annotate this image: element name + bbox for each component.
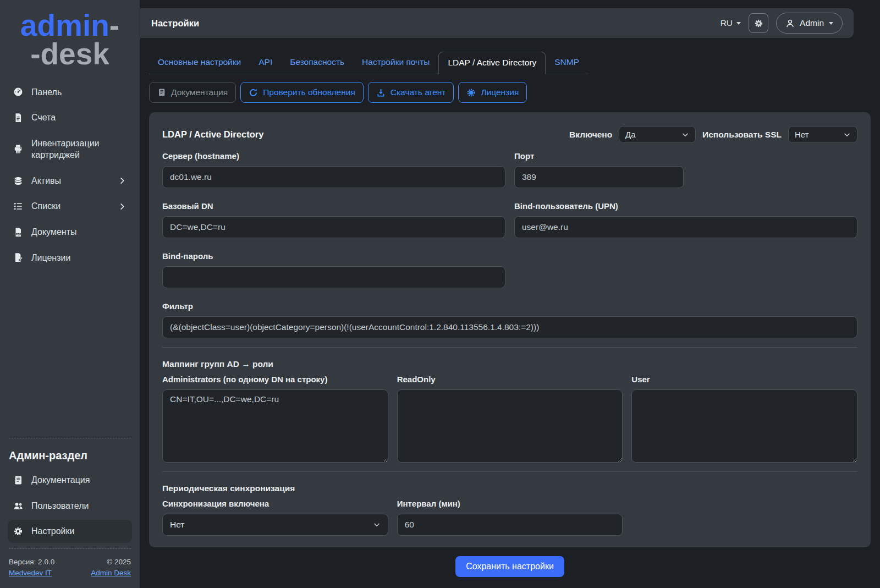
journal-icon: [157, 88, 166, 97]
user-label: User: [631, 375, 857, 384]
user-menu-button[interactable]: Admin: [776, 13, 843, 34]
sidebar-item-label: Инвентаризации картриджей: [31, 138, 127, 161]
sidebar-item-label: Документы: [31, 226, 76, 238]
sidebar-footer: Версия: 2.0.0 Medvedev IT © 2025 Admin D…: [8, 554, 132, 577]
sync-enabled-select-value: Нет: [170, 520, 184, 530]
settings-button[interactable]: [749, 13, 768, 33]
license-button[interactable]: Лицензия: [458, 82, 527, 103]
main-area: Настройки RU Admin: [140, 0, 880, 588]
chevron-down-icon: [843, 131, 851, 139]
readonly-textarea[interactable]: [397, 389, 623, 463]
download-agent-button-label: Скачать агент: [391, 87, 446, 97]
sidebar-item-users[interactable]: Пользователи: [8, 494, 132, 518]
bind-password-input[interactable]: [162, 266, 505, 288]
check-updates-button[interactable]: Проверить обновления: [240, 82, 364, 103]
version-text: Версия: 2.0.0: [9, 558, 54, 566]
bind-user-label: Bind-пользователь (UPN): [514, 201, 857, 211]
printer-icon: [13, 144, 23, 154]
license-button-label: Лицензия: [481, 87, 519, 97]
receipt-icon: [13, 113, 23, 123]
use-ssl-select-value: Нет: [795, 130, 809, 139]
license-icon: [13, 252, 23, 262]
bind-user-input[interactable]: [514, 216, 857, 238]
app-link[interactable]: Admin Desk: [91, 569, 131, 577]
use-ssl-select[interactable]: Нет: [788, 126, 857, 143]
user-textarea[interactable]: [631, 389, 857, 463]
list-icon: [13, 201, 23, 211]
sidebar-item-dashboard[interactable]: Панель: [8, 81, 132, 104]
tab-general[interactable]: Основные настройки: [149, 52, 250, 74]
sidebar-item-label: Пользователи: [31, 500, 89, 512]
sync-enabled-label: Синхронизация включена: [162, 499, 388, 509]
check-updates-button-label: Проверить обновления: [263, 87, 355, 97]
ldap-settings-card: LDAP / Active Directory Включено Да Испо…: [149, 112, 871, 547]
filter-label: Фильтр: [162, 301, 857, 311]
copyright-text: © 2025: [91, 558, 131, 566]
gear-icon: [13, 526, 23, 536]
base-dn-input[interactable]: [162, 216, 505, 238]
logo-line1-gray: -: [109, 8, 119, 42]
svg-text:PDF: PDF: [16, 232, 22, 235]
filter-input[interactable]: [162, 316, 857, 338]
sidebar-item-documents[interactable]: PDF Документы: [8, 221, 132, 244]
company-link[interactable]: Medvedev IT: [9, 569, 52, 577]
admin-nav: Документация Пользователи Настройки: [8, 469, 132, 543]
download-agent-button[interactable]: Скачать агент: [368, 82, 454, 103]
database-icon: [13, 176, 23, 186]
page-title: Настройки: [151, 18, 199, 29]
sidebar-item-settings[interactable]: Настройки: [8, 520, 132, 543]
sidebar-item-lists[interactable]: Списки: [8, 195, 132, 218]
language-dropdown[interactable]: RU: [721, 18, 741, 28]
interval-input[interactable]: [397, 514, 623, 536]
section-divider: [162, 347, 857, 348]
badge-icon: [466, 88, 476, 97]
sidebar-divider: [9, 438, 131, 438]
gear-icon: [754, 19, 763, 28]
port-input[interactable]: [514, 166, 684, 188]
tab-api[interactable]: API: [250, 52, 281, 74]
logo-line2: -desk: [8, 40, 132, 68]
tab-security[interactable]: Безопасность: [281, 52, 353, 74]
tabs-bar: Основные настройки API Безопасность Наст…: [149, 52, 871, 74]
enabled-select-value: Да: [625, 130, 636, 139]
section-divider: [162, 471, 857, 472]
sync-enabled-select[interactable]: Нет: [162, 514, 388, 536]
card-title: LDAP / Active Directory: [162, 129, 263, 140]
sidebar-item-documentation[interactable]: Документация: [8, 469, 132, 492]
port-label: Порт: [514, 151, 857, 161]
administrators-textarea[interactable]: CN=IT,OU=...,DC=we,DC=ru: [162, 389, 388, 463]
sidebar-item-assets[interactable]: Активы: [8, 169, 132, 193]
sidebar-item-label: Панель: [31, 86, 62, 98]
tab-mail[interactable]: Настройки почты: [353, 52, 438, 74]
chevron-right-icon: [118, 202, 127, 211]
chevron-down-icon: [681, 131, 689, 139]
file-pdf-icon: PDF: [13, 227, 23, 237]
caret-down-icon: [829, 22, 833, 25]
speedometer-icon: [13, 87, 23, 97]
documentation-button[interactable]: Документация: [149, 82, 236, 103]
tab-snmp[interactable]: SNMP: [546, 52, 588, 74]
sidebar-item-label: Лицензии: [31, 252, 70, 264]
chevron-right-icon: [118, 177, 127, 185]
refresh-icon: [249, 88, 258, 97]
sidebar-nav: Панель Счета Инвентаризации картриджей А…: [8, 81, 132, 270]
journal-icon: [13, 475, 23, 485]
sync-section-title: Периодическая синхронизация: [162, 483, 857, 494]
enabled-select[interactable]: Да: [619, 126, 696, 143]
admin-section-title: Админ-раздел: [9, 449, 131, 462]
sidebar-item-licenses[interactable]: Лицензии: [8, 246, 132, 270]
app-logo: admin- -desk: [8, 11, 132, 69]
server-input[interactable]: [162, 166, 505, 188]
readonly-label: ReadOnly: [397, 375, 623, 384]
sidebar-item-cartridge-inventory[interactable]: Инвентаризации картриджей: [8, 132, 132, 167]
bind-password-label: Bind-пароль: [162, 251, 505, 261]
sidebar: admin- -desk Панель Счета Инвентариза: [0, 0, 140, 588]
mapping-section-title: Маппинг групп AD → роли: [162, 359, 857, 370]
tab-ldap[interactable]: LDAP / Active Directory: [438, 52, 546, 74]
sidebar-item-invoices[interactable]: Счета: [8, 106, 132, 129]
base-dn-label: Базовый DN: [162, 201, 505, 211]
administrators-label: Administrators (по одному DN на строку): [162, 375, 388, 384]
save-settings-button[interactable]: Сохранить настройки: [455, 556, 564, 577]
server-label: Сервер (hostname): [162, 151, 505, 161]
people-icon: [13, 501, 23, 511]
